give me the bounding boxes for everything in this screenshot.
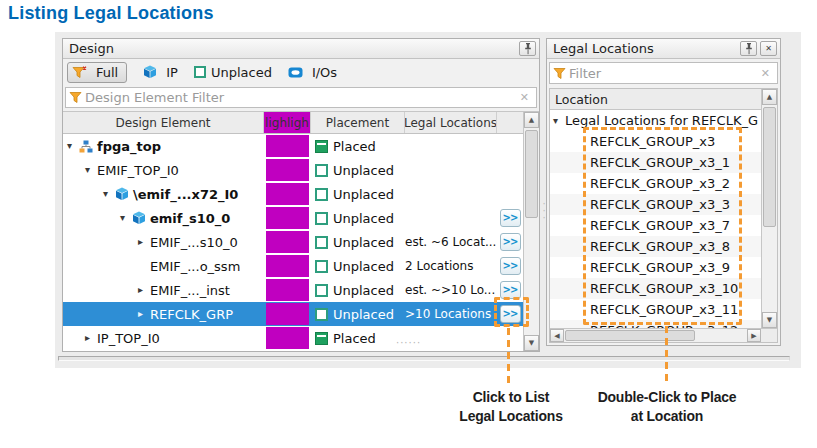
design-element-filter-input[interactable] xyxy=(85,90,513,105)
legal-location-item[interactable]: REFCLK_GROUP_x3_7 xyxy=(550,215,761,236)
splitter-handle-dots[interactable]: ··· xyxy=(541,200,547,221)
clear-filter-icon[interactable]: ✕ xyxy=(513,91,536,104)
design-element-cell: ▸ REFCLK_GRP xyxy=(63,302,264,326)
expander-open-icon[interactable]: ▾ xyxy=(120,213,132,223)
tree-row-ip-top-i0[interactable]: ▸ IP_TOP_I0 Placed xyxy=(63,326,523,350)
column-header-highlight[interactable]: lighligh xyxy=(264,112,311,133)
highlight-swatch xyxy=(266,303,309,325)
expander-collapsed-icon[interactable]: ▸ xyxy=(85,333,97,343)
highlight-cell[interactable] xyxy=(264,278,311,302)
design-vertical-scrollbar[interactable]: ▲ ▼ xyxy=(523,112,539,351)
clear-filter-icon[interactable]: ✕ xyxy=(754,67,777,80)
tree-row-emif-x72-i0[interactable]: ▾ \emif_...x72_I0 Unplaced xyxy=(63,182,523,206)
ip-cube-icon xyxy=(132,211,146,225)
unplaced-icon xyxy=(315,188,328,201)
filter-full-button[interactable]: Full xyxy=(67,62,127,83)
legal-locations-cell: 2 Locations xyxy=(405,259,497,273)
filter-funnel-icon xyxy=(69,91,83,104)
legal-location-item-clipped[interactable]: REFCLK_GROUP_x3_12 xyxy=(550,320,761,328)
list-legal-locations-button-annotated[interactable]: >> xyxy=(500,305,521,323)
legal-location-item[interactable]: REFCLK_GROUP_x3_1 xyxy=(550,152,761,173)
tree-row-emif-top-i0[interactable]: ▾ EMIF_TOP_I0 Unplaced xyxy=(63,158,523,182)
legal-location-item[interactable]: REFCLK_GROUP_x3_11 xyxy=(550,299,761,320)
placement-cell: Unplaced xyxy=(311,187,405,202)
expander-open-icon[interactable]: ▾ xyxy=(103,189,115,199)
unplaced-icon xyxy=(315,260,328,273)
highlight-swatch xyxy=(266,255,309,277)
scroll-left-icon[interactable]: ◀ xyxy=(550,329,564,342)
window-splitter-bar[interactable] xyxy=(58,356,790,361)
caption-double-click-to-place: Double-Click to Place at Location xyxy=(588,387,746,425)
list-legal-locations-button[interactable]: >> xyxy=(500,257,521,275)
legal-location-item[interactable]: REFCLK_GROUP_x3_10 xyxy=(550,278,761,299)
highlight-cell[interactable] xyxy=(264,182,311,206)
filter-unplaced-button[interactable]: Unplaced xyxy=(194,65,272,80)
design-element-cell: ▾ emif_s10_0 xyxy=(63,206,264,230)
tree-row-emif-s10-0[interactable]: ▾ emif_s10_0 Unplaced >> xyxy=(63,206,523,230)
column-header-location[interactable]: Location xyxy=(550,89,777,110)
tree-row-fpga-top[interactable]: ▾ fpga_top Placed xyxy=(63,134,523,158)
scrollbar-thumb[interactable] xyxy=(763,107,776,227)
scrollbar-thumb[interactable] xyxy=(525,130,538,218)
design-element-cell: ▸ EMIF_..._inst xyxy=(63,278,264,302)
list-legal-locations-button[interactable]: >> xyxy=(500,233,521,251)
tree-row-refclk-grp-selected[interactable]: ▸ REFCLK_GRP Unplaced >10 Locations >> xyxy=(63,302,523,326)
placement-label: Unplaced xyxy=(333,307,394,322)
scroll-down-icon[interactable]: ▼ xyxy=(762,312,777,328)
expander-open-icon[interactable]: ▾ xyxy=(85,165,97,175)
pin-icon[interactable] xyxy=(519,41,536,56)
resize-handle-dots[interactable]: ······ xyxy=(396,340,421,346)
column-header-legal-locations[interactable]: Legal Locations xyxy=(405,112,497,133)
legal-vertical-scrollbar[interactable]: ▲ ▼ xyxy=(761,89,777,328)
highlight-swatch xyxy=(266,279,309,301)
legal-locations-group-row[interactable]: ▾ Legal Locations for REFCLK_G xyxy=(550,110,761,131)
pin-icon-glyph xyxy=(744,43,754,55)
expander-collapsed-icon[interactable]: ▸ xyxy=(138,285,150,295)
actions-cell: >> xyxy=(497,281,523,299)
close-icon[interactable]: ✕ xyxy=(760,41,777,56)
funnel-x-icon xyxy=(72,66,87,79)
legal-horizontal-scrollbar[interactable]: ◀ ▶ xyxy=(550,328,761,342)
expander-open-icon[interactable]: ▾ xyxy=(67,141,79,151)
highlight-cell[interactable] xyxy=(264,254,311,278)
placement-cell: Unplaced xyxy=(311,283,405,298)
column-header-placement[interactable]: Placement xyxy=(311,112,405,133)
legal-location-item[interactable]: REFCLK_GROUP_x3_8 xyxy=(550,236,761,257)
filter-ip-button[interactable]: IP xyxy=(143,65,178,80)
scroll-down-icon[interactable]: ▼ xyxy=(524,335,539,351)
location-label: REFCLK_GROUP_x3_8 xyxy=(590,239,730,254)
filter-ios-button[interactable]: I/Os xyxy=(288,65,337,80)
list-legal-locations-button[interactable]: >> xyxy=(500,209,521,227)
expander-collapsed-icon[interactable]: ▸ xyxy=(138,309,150,319)
tree-row-emif-inst[interactable]: ▸ EMIF_..._inst Unplaced est. ~>10 Lo...… xyxy=(63,278,523,302)
highlight-cell[interactable] xyxy=(264,326,311,350)
highlight-cell[interactable] xyxy=(264,230,311,254)
placement-cell: Placed xyxy=(311,331,405,346)
scroll-up-icon[interactable]: ▲ xyxy=(762,89,777,105)
highlight-cell[interactable] xyxy=(264,302,311,326)
legal-locations-filter-input[interactable] xyxy=(569,66,754,81)
design-element-label: \emif_...x72_I0 xyxy=(133,187,238,202)
pin-icon[interactable] xyxy=(740,41,757,56)
design-element-label: emif_s10_0 xyxy=(150,211,230,226)
scrollbar-thumb[interactable] xyxy=(565,330,695,341)
list-legal-locations-button[interactable]: >> xyxy=(500,281,521,299)
legal-location-item[interactable]: REFCLK_GROUP_x3 xyxy=(550,131,761,152)
tree-row-emif-o-ssm[interactable]: EMIF_...o_ssm Unplaced 2 Locations >> xyxy=(63,254,523,278)
legal-location-rows: ▾ Legal Locations for REFCLK_G REFCLK_GR… xyxy=(550,110,761,328)
highlight-cell[interactable] xyxy=(264,206,311,230)
placement-cell: Placed xyxy=(311,139,405,154)
scroll-right-icon[interactable]: ▶ xyxy=(747,329,761,342)
legal-location-item[interactable]: REFCLK_GROUP_x3_2 xyxy=(550,173,761,194)
expander-open-icon[interactable]: ▾ xyxy=(553,116,565,126)
legal-location-item[interactable]: REFCLK_GROUP_x3_3 xyxy=(550,194,761,215)
highlight-cell[interactable] xyxy=(264,134,311,158)
legal-location-item[interactable]: REFCLK_GROUP_x3_9 xyxy=(550,257,761,278)
highlight-cell[interactable] xyxy=(264,158,311,182)
tree-row-emif-s10-0-child[interactable]: ▸ EMIF_...s10_0 Unplaced est. ~6 Locat..… xyxy=(63,230,523,254)
scroll-up-icon[interactable]: ▲ xyxy=(524,112,539,128)
unplaced-icon xyxy=(315,212,328,225)
expander-collapsed-icon[interactable]: ▸ xyxy=(138,237,150,247)
screenshot-stage: Listing Legal Locations Design Full IP xyxy=(0,0,817,448)
column-header-design-element[interactable]: Design Element xyxy=(63,112,264,133)
